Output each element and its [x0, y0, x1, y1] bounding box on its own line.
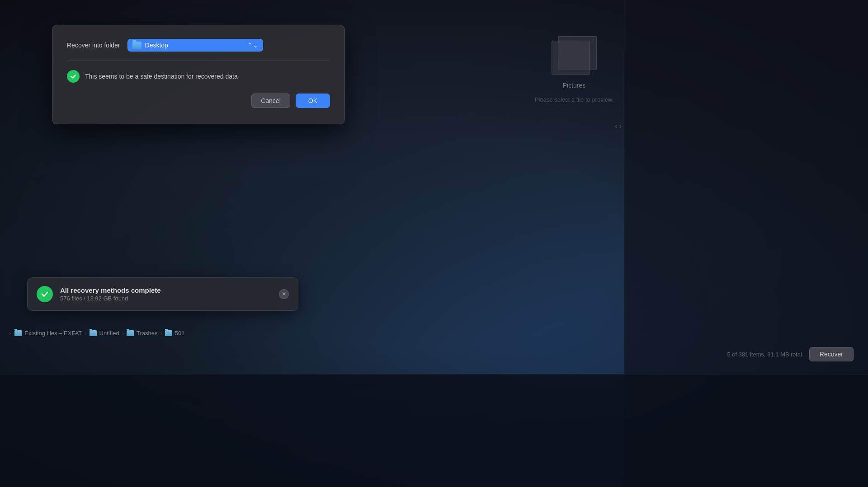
breadcrumb-bar: › Existing files – EXFAT › Untitled › Tr…	[0, 326, 868, 340]
preview-hint-text: Please select a file to preview.	[535, 96, 613, 103]
breadcrumb-item-1[interactable]: Untitled	[90, 330, 119, 337]
safe-check-circle	[67, 70, 80, 83]
breadcrumb-sep-1: ›	[122, 330, 124, 337]
safe-destination-row: This seems to be a safe destination for …	[67, 70, 330, 92]
preview-icon-front	[552, 41, 590, 75]
preview-panel: Pictures Please select a file to preview…	[529, 36, 619, 103]
breadcrumb-folder-icon-2	[127, 330, 134, 336]
breadcrumb-label-3: 501	[175, 330, 185, 337]
status-count-text: 5 of 381 items, 31.1 MB total	[727, 351, 802, 358]
notification-close-button[interactable]: ✕	[279, 289, 289, 299]
dialog-folder-row: Recover into folder Desktop ⌃⌄	[67, 39, 330, 52]
panel-arrows: ‹ ›	[615, 122, 622, 130]
breadcrumb-label-0: Existing files – EXFAT	[24, 330, 82, 337]
breadcrumb-item-3[interactable]: 501	[165, 330, 185, 337]
dropdown-chevron-icon: ⌃⌄	[247, 42, 258, 49]
breadcrumb-sep-0: ›	[85, 330, 86, 337]
breadcrumb-label-1: Untitled	[99, 330, 119, 337]
status-bar: 5 of 381 items, 31.1 MB total Recover	[0, 343, 868, 365]
notification-text-group: All recovery methods complete 576 files …	[60, 286, 272, 302]
breadcrumb-item-2[interactable]: Trashes	[127, 330, 157, 337]
taskbar	[0, 374, 868, 487]
main-content: Recover into folder Desktop ⌃⌄ This seem…	[0, 0, 868, 487]
folder-icon	[132, 42, 142, 49]
folder-select-dropdown[interactable]: Desktop ⌃⌄	[127, 39, 263, 52]
breadcrumb-back-icon[interactable]: ›	[9, 330, 11, 337]
breadcrumb-sep-2: ›	[160, 330, 162, 337]
selected-folder-name: Desktop	[145, 42, 244, 49]
safe-destination-text: This seems to be a safe destination for …	[85, 73, 238, 80]
breadcrumb-folder-icon-3	[165, 330, 172, 336]
preview-folder-name: Pictures	[563, 82, 586, 89]
dialog-buttons: Cancel OK	[67, 92, 330, 108]
recover-button[interactable]: Recover	[809, 347, 854, 361]
dialog-folder-label: Recover into folder	[67, 42, 120, 49]
notification-subtitle: 576 files / 13.92 GB found	[60, 295, 272, 302]
left-arrow-icon[interactable]: ‹	[615, 122, 617, 130]
dialog-divider	[67, 61, 330, 61]
right-arrow-icon[interactable]: ›	[619, 122, 622, 130]
breadcrumb-folder-icon-1	[90, 330, 97, 336]
breadcrumb-folder-icon-0	[14, 330, 22, 336]
breadcrumb-label-2: Trashes	[137, 330, 157, 337]
ok-button[interactable]: OK	[296, 94, 330, 108]
notification-banner: All recovery methods complete 576 files …	[27, 277, 298, 311]
notification-title: All recovery methods complete	[60, 286, 272, 294]
notification-check-icon	[37, 286, 53, 302]
breadcrumb-item-0[interactable]: Existing files – EXFAT	[14, 330, 82, 337]
recover-dialog: Recover into folder Desktop ⌃⌄ This seem…	[52, 25, 345, 124]
cancel-button[interactable]: Cancel	[251, 94, 290, 108]
preview-icon-stack	[552, 36, 597, 75]
